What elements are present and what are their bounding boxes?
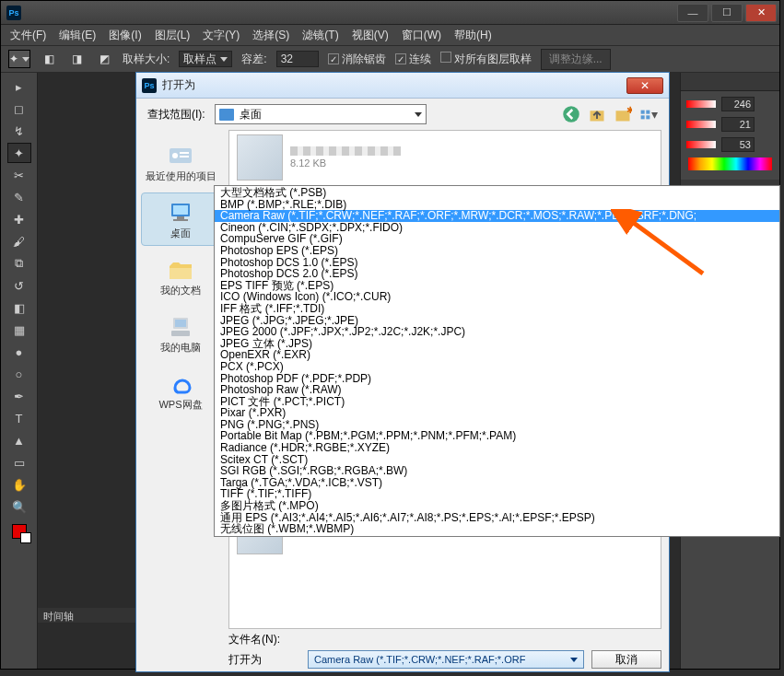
g-slider[interactable]: [686, 121, 716, 128]
window-titlebar[interactable]: Ps — ☐ ✕: [1, 1, 779, 25]
dodge-tool[interactable]: ○: [7, 364, 31, 384]
format-option[interactable]: Pixar (*.PXR): [215, 407, 779, 419]
dialog-close-button[interactable]: ✕: [626, 77, 663, 94]
dialog-titlebar[interactable]: Ps 打开为 ✕: [136, 73, 669, 99]
lookin-label: 查找范围(I):: [147, 107, 205, 122]
r-value[interactable]: 246: [721, 97, 755, 111]
refine-edge-button[interactable]: 调整边缘...: [541, 49, 611, 70]
menubar: 文件(F)编辑(E)图像(I)图层(L)文字(Y)选择(S)滤镜(T)视图(V)…: [1, 25, 779, 45]
menu-item[interactable]: 滤镜(T): [297, 26, 344, 45]
places-item[interactable]: 桌面: [141, 192, 220, 246]
format-option[interactable]: Photoshop DCS 2.0 (*.EPS): [215, 268, 779, 280]
format-option[interactable]: Camera Raw (*.TIF;*.CRW;*.NEF;*.RAF;*.OR…: [215, 210, 779, 222]
shape-tool[interactable]: ▭: [7, 452, 31, 472]
gradient-tool[interactable]: ▦: [7, 320, 31, 340]
svg-rect-5: [646, 110, 649, 113]
menu-item[interactable]: 视图(V): [346, 26, 394, 45]
menu-item[interactable]: 图像(I): [103, 26, 146, 45]
format-option[interactable]: SGI RGB (*.SGI;*.RGB;*.RGBA;*.BW): [215, 465, 779, 477]
b-slider[interactable]: [686, 141, 716, 148]
format-option[interactable]: JPEG 2000 (*.JPF;*.JPX;*.JP2;*.J2C;*.J2K…: [215, 326, 779, 338]
lookin-dropdown[interactable]: 桌面: [215, 104, 427, 124]
pen-tool[interactable]: ✒: [7, 386, 31, 406]
antialias-checkbox[interactable]: [328, 53, 339, 64]
foreground-color[interactable]: [12, 524, 27, 539]
up-folder-button[interactable]: [588, 105, 606, 123]
lookin-value: 桌面: [240, 107, 262, 122]
places-label: 我的文档: [160, 285, 201, 296]
path-select-tool[interactable]: ▲: [7, 430, 31, 450]
blur-tool[interactable]: ●: [7, 342, 31, 362]
svg-rect-7: [646, 115, 649, 119]
filetype-dropdown[interactable]: Camera Raw (*.TIF;*.CRW;*.NEF;*.RAF;*.OR…: [308, 650, 584, 669]
contiguous-label: 连续: [409, 52, 431, 65]
lasso-tool[interactable]: ↯: [7, 121, 31, 141]
new-folder-button[interactable]: ✱: [614, 105, 632, 123]
move-tool[interactable]: ▸: [7, 76, 31, 97]
menu-item[interactable]: 帮助(H): [449, 26, 497, 45]
b-value[interactable]: 53: [721, 137, 755, 152]
filetype-popup[interactable]: 大型文档格式 (*.PSB)BMP (*.BMP;*.RLE;*.DIB)Cam…: [214, 185, 780, 537]
svg-rect-19: [171, 331, 190, 336]
format-option[interactable]: 多图片格式 (*.MPO): [215, 500, 779, 512]
zoom-tool[interactable]: 🔍: [7, 496, 31, 517]
file-item[interactable]: 8.12 KB: [229, 131, 661, 184]
crop-tool[interactable]: ✂: [7, 165, 31, 185]
format-option[interactable]: PCX (*.PCX): [215, 361, 779, 373]
minimize-button[interactable]: —: [677, 4, 708, 22]
close-button[interactable]: ✕: [745, 4, 777, 22]
marquee-tool[interactable]: ◻: [7, 99, 31, 119]
view-menu-button[interactable]: ▾: [639, 105, 658, 123]
maximize-button[interactable]: ☐: [711, 4, 743, 22]
format-option[interactable]: IFF 格式 (*.IFF;*.TDI): [215, 303, 779, 315]
format-option[interactable]: 无线位图 (*.WBM;*.WBMP): [215, 523, 779, 535]
history-brush-tool[interactable]: ↺: [7, 275, 31, 296]
eyedropper-mode-icon3[interactable]: ◩: [95, 50, 113, 68]
magic-wand-tool[interactable]: ✦: [7, 143, 31, 163]
menu-item[interactable]: 窗口(W): [396, 26, 447, 45]
all-layers-checkbox[interactable]: [440, 52, 451, 63]
places-label: WPS网盘: [158, 399, 202, 410]
eyedropper-tool[interactable]: ✎: [7, 187, 31, 207]
format-option[interactable]: Radiance (*.HDR;*.RGBE;*.XYZE): [215, 442, 779, 454]
cancel-button[interactable]: 取消: [591, 650, 661, 669]
format-option[interactable]: Photoshop EPS (*.EPS): [215, 245, 779, 257]
svg-rect-10: [180, 152, 189, 154]
eyedropper-mode-icon2[interactable]: ◨: [67, 50, 86, 68]
format-option[interactable]: OpenEXR (*.EXR): [215, 349, 779, 361]
menu-item[interactable]: 文字(Y): [197, 26, 245, 45]
svg-point-0: [563, 106, 579, 122]
tolerance-input[interactable]: 32: [276, 51, 319, 67]
places-item[interactable]: WPS网盘: [141, 364, 220, 417]
healing-tool[interactable]: ✚: [7, 209, 31, 229]
contiguous-checkbox[interactable]: [395, 53, 406, 64]
format-option[interactable]: PICT 文件 (*.PCT;*.PICT): [215, 396, 779, 408]
sample-size-dropdown[interactable]: 取样点: [179, 51, 232, 67]
tool-preset-button[interactable]: ✦: [8, 50, 30, 68]
svg-rect-11: [180, 156, 189, 157]
menu-item[interactable]: 编辑(E): [53, 26, 101, 45]
filetype-value: Camera Raw (*.TIF;*.CRW;*.NEF;*.RAF;*.OR…: [314, 654, 525, 665]
type-tool[interactable]: T: [7, 408, 31, 428]
hand-tool[interactable]: ✋: [7, 474, 31, 495]
stamp-tool[interactable]: ⧉: [7, 253, 31, 274]
format-option[interactable]: Photoshop Raw (*.RAW): [215, 384, 779, 396]
places-item[interactable]: 最近使用的项目: [141, 135, 220, 189]
eyedropper-mode-icon[interactable]: ◧: [40, 50, 58, 68]
brush-tool[interactable]: 🖌: [7, 231, 31, 251]
svg-rect-4: [641, 110, 645, 113]
menu-item[interactable]: 选择(S): [247, 26, 295, 45]
menu-item[interactable]: 图层(L): [149, 26, 196, 45]
menu-item[interactable]: 文件(F): [5, 26, 52, 45]
format-option[interactable]: 大型文档格式 (*.PSB): [215, 187, 779, 199]
r-slider[interactable]: [686, 100, 716, 108]
places-item[interactable]: 我的文档: [141, 250, 220, 303]
background-color[interactable]: [20, 532, 31, 543]
spectrum-ramp[interactable]: [688, 157, 772, 170]
g-value[interactable]: 21: [721, 117, 755, 132]
back-button[interactable]: [562, 105, 580, 123]
chevron-down-icon: [570, 658, 578, 662]
eraser-tool[interactable]: ◧: [7, 297, 31, 318]
color-panel-header[interactable]: [681, 73, 779, 91]
places-item[interactable]: 我的电脑: [141, 307, 220, 360]
